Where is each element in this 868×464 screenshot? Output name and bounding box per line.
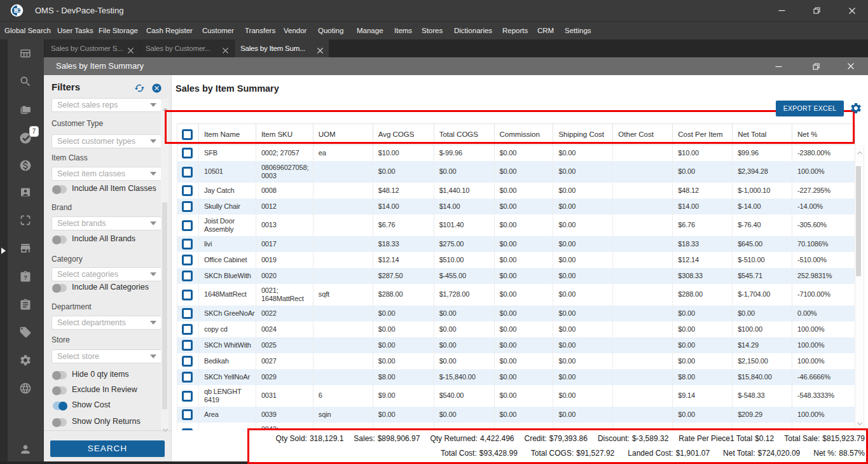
table-row[interactable]: SKCh GreeNoAr0022$0.00$0.00$0.00$0.00$0.… (177, 306, 855, 321)
filter-select-select-sales-reps[interactable]: Select sales reps (52, 98, 163, 112)
menu-item-items[interactable]: Items (394, 22, 412, 39)
menu-item-settings[interactable]: Settings (565, 22, 591, 39)
toggle-show-cost[interactable] (53, 402, 67, 410)
sidebar-globe-icon[interactable] (19, 382, 32, 395)
menu-item-crm[interactable]: CRM (537, 22, 554, 39)
sidebar-folders-icon[interactable] (19, 103, 32, 116)
column-header-commission[interactable]: Commission (495, 124, 554, 144)
row-checkbox[interactable] (182, 255, 193, 265)
toggle-include-all-brands[interactable] (53, 236, 67, 244)
tab-close-icon[interactable] (222, 45, 229, 52)
column-header-item-name[interactable]: Item Name (199, 124, 256, 144)
menu-item-global-search[interactable]: Global Search (4, 22, 51, 39)
row-checkbox[interactable] (182, 409, 193, 420)
column-header-shipping-cost[interactable]: Shipping Cost (553, 124, 613, 144)
menu-item-file-storage[interactable]: File Storage (99, 22, 138, 39)
filter-select-category[interactable]: Select categories (52, 267, 163, 281)
window-close-button[interactable] (837, 0, 867, 21)
table-row[interactable]: Bedikah0027$0.00$0.00$0.00$0.00$0.00$2,1… (177, 353, 855, 369)
menu-item-transfers[interactable]: Transfers (245, 22, 275, 39)
row-checkbox[interactable] (182, 239, 193, 250)
row-checkbox[interactable] (182, 324, 193, 335)
inner-window-restore-button[interactable] (802, 57, 830, 75)
toggle-exclude-in-review[interactable] (53, 386, 67, 395)
sidebar-sync-box-icon[interactable] (19, 214, 32, 227)
filters-close-icon[interactable] (151, 83, 162, 94)
table-row[interactable]: RomansUomIte0042; RomansUomIte8$36.40$-2… (177, 423, 855, 430)
row-checkbox[interactable] (182, 167, 193, 178)
row-checkbox[interactable] (182, 356, 193, 367)
window-minimize-button[interactable] (767, 0, 797, 21)
table-scrollbar-thumb[interactable] (856, 166, 861, 276)
sidebar-store-icon[interactable] (19, 242, 32, 255)
table-row[interactable]: Area0039sqin$0.00$0.00$0.00$0.00$0.00$20… (177, 407, 855, 423)
filter-select-department[interactable]: Select departments (52, 316, 163, 330)
tab-3[interactable]: Sales by Item Sum... (235, 39, 329, 57)
column-header-cost-per-item[interactable]: Cost Per Item (673, 124, 733, 144)
export-excel-button[interactable]: EXPORT EXCEL (776, 101, 844, 116)
table-row[interactable]: Jay Catch0008$48.12$1,440.10$0.00$0.00$4… (177, 183, 855, 199)
table-row[interactable]: SKCh YellNoAr0029$8.00$-15,840.00$0.00$0… (177, 369, 855, 385)
filter-select-customer-type[interactable]: Select customer types (52, 134, 163, 148)
table-row[interactable]: Office Cabinet0019$12.14$510.00$0.00$0.0… (177, 252, 855, 268)
table-row[interactable]: livi0017$18.33$275.00$0.00$0.00$18.33$64… (177, 236, 855, 252)
table-row[interactable]: 10501080696027058; 0003$0.00$0.00$0.00$0… (177, 161, 855, 183)
table-row[interactable]: SKCh WhitWith0025$0.00$0.00$0.00$0.00$0.… (177, 337, 855, 353)
filter-select-brand[interactable]: Select brands (52, 216, 163, 230)
sidebar-clipboard-list-icon[interactable] (19, 299, 32, 311)
menu-item-user-tasks[interactable]: User Tasks (57, 22, 93, 39)
caret-up-icon[interactable] (857, 146, 863, 151)
column-header-avg-cogs[interactable]: Avg COGS (373, 124, 434, 144)
column-header-uom[interactable]: UOM (313, 124, 373, 144)
row-checkbox[interactable] (182, 340, 193, 351)
sidebar-dollar-circle-icon[interactable] (19, 159, 32, 172)
menu-item-dictionaries[interactable]: Dictionaries (454, 22, 492, 39)
table-row[interactable]: SKCh BlueWith0020$287.50$-455.00$0.00$0.… (177, 268, 855, 284)
sidebar-contact-card-icon[interactable] (19, 186, 32, 199)
table-settings-gear-icon[interactable] (850, 102, 862, 115)
row-checkbox[interactable] (182, 372, 193, 383)
menu-item-quoting[interactable]: Quoting (318, 22, 343, 39)
row-checkbox[interactable] (182, 391, 193, 402)
window-restore-button[interactable] (802, 0, 832, 21)
caret-down-icon[interactable] (857, 418, 863, 423)
row-checkbox[interactable] (182, 308, 193, 319)
tab-1[interactable]: Sales by Customer S... (45, 39, 139, 57)
sidebar-dashboard-icon[interactable] (19, 47, 32, 60)
search-button[interactable]: SEARCH (50, 440, 165, 457)
row-checkbox[interactable] (182, 185, 193, 196)
row-checkbox[interactable] (182, 271, 193, 281)
column-header-net-total[interactable]: Net Total (733, 124, 792, 144)
select-all-checkbox[interactable] (182, 129, 193, 140)
menu-item-reports[interactable]: Reports (502, 22, 528, 39)
filter-select-item-class[interactable]: Select item classes (52, 167, 163, 181)
sidebar-tag-icon[interactable] (19, 326, 32, 339)
menu-item-stores[interactable]: Stores (422, 22, 443, 39)
panel-expander-arrow-icon[interactable] (1, 248, 6, 254)
inner-window-minimize-button[interactable] (764, 57, 792, 75)
caret-down-icon[interactable] (162, 424, 169, 429)
column-header-total-cogs[interactable]: Total COGS (434, 124, 495, 144)
row-checkbox[interactable] (182, 148, 193, 158)
tab-close-icon[interactable] (317, 45, 324, 52)
menu-item-manage[interactable]: Manage (357, 22, 383, 39)
inner-window-close-button[interactable] (837, 57, 865, 75)
table-row[interactable]: Joist Door Assembly0013$6.76$101.40$0.00… (177, 214, 855, 236)
table-row[interactable]: 1648MattRect0021; 1648MattRectsqft$288.0… (177, 284, 855, 306)
menu-item-cash-register[interactable]: Cash Register (146, 22, 193, 39)
sidebar-gear-icon[interactable] (19, 354, 32, 367)
column-header-net-[interactable]: Net % (792, 124, 855, 144)
sidebar-search-icon[interactable] (19, 75, 32, 88)
menu-item-customer[interactable]: Customer (202, 22, 234, 39)
row-checkbox[interactable] (182, 290, 193, 300)
filters-refresh-icon[interactable] (134, 83, 145, 94)
row-checkbox[interactable] (182, 201, 193, 212)
column-header-item-sku[interactable]: Item SKU (256, 124, 313, 144)
toggle-include-all-categories[interactable] (53, 284, 67, 292)
row-checkbox[interactable] (182, 220, 193, 231)
tab-2[interactable]: Sales by Customer... (140, 39, 234, 57)
menu-item-vendor[interactable]: Vendor (284, 22, 307, 39)
table-row[interactable]: copy cd0024$0.00$0.00$0.00$0.00$0.00$100… (177, 321, 855, 337)
toggle-show-only-returns[interactable] (53, 418, 67, 426)
toggle-hide-0-qty-items[interactable] (53, 371, 67, 379)
